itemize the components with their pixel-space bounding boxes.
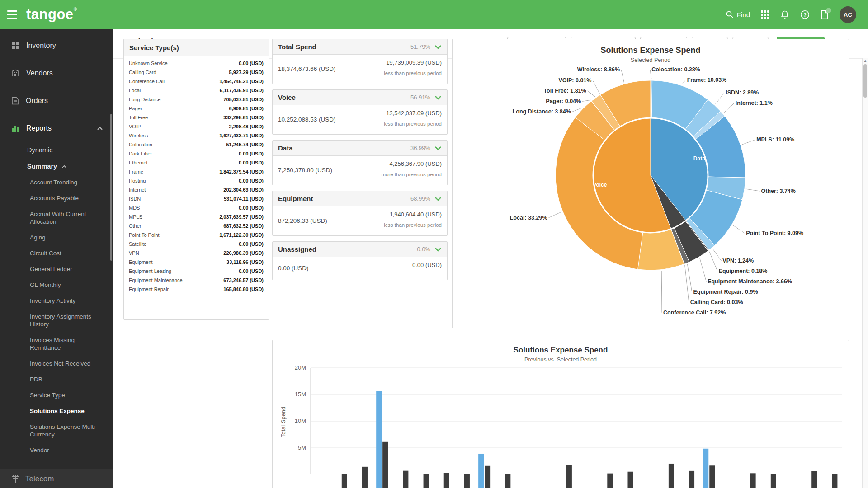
documents-icon[interactable]	[821, 10, 829, 19]
sidebar-item-accrual-with-current-allocation[interactable]: Accrual With Current Allocation	[0, 206, 113, 230]
pie-label-line	[712, 249, 721, 261]
sidebar-item-solutions-expense-multi-currency[interactable]: Solutions Expense Multi Currency	[0, 419, 113, 442]
bar-previous-period-local[interactable]	[376, 391, 382, 488]
sidebar-item-solutions-expense[interactable]: Solutions Expense	[0, 403, 113, 419]
sidebar-item-label: Dynamic	[27, 146, 52, 154]
menu-hamburger-button[interactable]	[0, 0, 21, 29]
sidebar-item-invoices-missing-remittance[interactable]: Invoices Missing Remittance	[0, 332, 113, 356]
sidebar-item-invoices-not-received[interactable]: Invoices Not Received	[0, 356, 113, 371]
scroll-up-arrow[interactable]: ▲	[863, 58, 868, 64]
summary-card-body: 18,374,673.66 (USD)19,739,009.39 (USD)le…	[273, 55, 447, 84]
bar-selected-period-long-distance[interactable]	[403, 471, 408, 488]
bar-selected-period-equipment-repair[interactable]	[832, 474, 837, 488]
find-label: Find	[737, 11, 750, 19]
bar-selected-period-equipment[interactable]	[771, 474, 776, 488]
scrollbar-thumb[interactable]	[863, 64, 867, 98]
avatar[interactable]: AC	[840, 6, 856, 23]
pie-label-pager: Pager: 0.04%	[546, 98, 581, 104]
pie-label-equipment-repair: Equipment Repair: 0.9%	[693, 289, 758, 295]
service-type-row: Equipment Repair165,840.80 (USD)	[124, 285, 269, 294]
bar-selected-period-voip[interactable]	[464, 474, 470, 488]
bar-selected-period-vpn[interactable]	[750, 473, 756, 488]
sidebar-item-accounts-payable[interactable]: Accounts Payable	[0, 190, 113, 206]
bar-selected-period-calling-card[interactable]	[342, 474, 347, 488]
bar-selected-period-mpls[interactable]	[669, 464, 674, 488]
find-button[interactable]: Find	[726, 10, 750, 19]
sidebar-item-summary[interactable]: Summary	[0, 158, 113, 174]
sidebar-item-dynamic[interactable]: Dynamic	[0, 142, 113, 158]
pie-label-line	[715, 93, 724, 104]
bar-selected-period-equipment-maintenance[interactable]	[811, 471, 817, 488]
pie-inner-label: Voice	[593, 182, 607, 188]
summary-card-equipment: Equipment68.99%872,206.33 (USD)1,940,604…	[272, 191, 448, 236]
comparison-note: less than previous period	[384, 70, 442, 76]
summary-card-header[interactable]: Data36.99%	[273, 141, 447, 156]
sidebar-scrollbar-thumb[interactable]	[110, 114, 112, 261]
service-type-row: ISDN531,074.11 (USD)	[124, 194, 269, 203]
pie-chart-subtitle: Selected Period	[453, 57, 849, 63]
bar-selected-period-other[interactable]	[689, 471, 694, 488]
sidebar-item-label: Orders	[26, 97, 48, 105]
bar-selected-period-toll-free[interactable]	[444, 473, 449, 488]
bar-selected-period-internet[interactable]	[607, 474, 613, 488]
summary-card-body: 0.00 (USD)0.00 (USD)	[273, 257, 447, 280]
pie-label-line	[724, 103, 734, 113]
chevron-down-icon	[434, 94, 442, 100]
pie-label-wireless: Wireless: 8.86%	[577, 66, 620, 73]
service-type-row: Frame1,842,379.54 (USD)	[124, 167, 269, 176]
bar-selected-period-local[interactable]	[382, 442, 388, 488]
summary-card-body: 872,206.33 (USD)1,940,604.40 (USD)less t…	[273, 206, 447, 235]
sidebar-item-vendor[interactable]: Vendor	[0, 442, 113, 458]
sidebar-item-circuit-cost[interactable]: Circuit Cost	[0, 245, 113, 261]
bar-selected-period-wireless[interactable]	[485, 466, 490, 488]
sidebar-item-reports[interactable]: Reports	[0, 114, 113, 142]
sidebar-item-gl-monthly[interactable]: GL Monthly	[0, 277, 113, 293]
summary-card-header[interactable]: Equipment68.99%	[273, 191, 447, 206]
bar-previous-period-point-to-point[interactable]	[703, 449, 708, 488]
chevron-down-icon	[434, 44, 442, 50]
bar-selected-period-colocation[interactable]	[505, 474, 510, 488]
bar-selected-period-conference-call[interactable]	[362, 467, 368, 488]
bar-selected-period-isdn[interactable]	[627, 472, 633, 488]
pie-label-line	[593, 80, 599, 94]
sidebar-item-general-ledger[interactable]: General Ledger	[0, 261, 113, 277]
sidebar: Inventory Vendors Orders Reports Dynamic…	[0, 29, 113, 488]
bar-selected-period-pager[interactable]	[424, 474, 429, 488]
sidebar-item-inventory-assignments-history[interactable]: Inventory Assignments History	[0, 309, 113, 332]
selected-period-value: 872,206.33 (USD)	[278, 217, 352, 224]
notifications-bell-icon[interactable]	[780, 10, 789, 19]
sidebar-item-orders[interactable]: Orders	[0, 87, 113, 114]
pie-label-calling-card: Calling Card: 0.03%	[690, 299, 743, 305]
bar-selected-period-frame[interactable]	[566, 465, 572, 488]
pie-label-vpn: VPN: 1.24%	[722, 258, 754, 264]
sidebar-item-telecom[interactable]: Telecom	[0, 469, 113, 488]
summary-card-body: 10,252,088.53 (USD)13,542,037.09 (USD)le…	[273, 105, 447, 134]
summary-card-header[interactable]: Voice56.91%	[273, 90, 447, 105]
page-scrollbar[interactable]: ▲	[862, 58, 868, 488]
sidebar-item-inventory[interactable]: Inventory	[0, 32, 113, 59]
apps-grid-icon[interactable]	[761, 10, 769, 19]
card-title: Total Spend	[278, 43, 316, 51]
pie-label-equipment-maintenance: Equipment Maintenance: 3.66%	[708, 278, 792, 285]
sidebar-item-inventory-activity[interactable]: Inventory Activity	[0, 293, 113, 309]
sidebar-item-label: Vendors	[26, 69, 53, 77]
summary-card-header[interactable]: Unassigned0.0%	[273, 242, 447, 257]
summary-card-unassigned: Unassigned0.0%0.00 (USD)0.00 (USD)	[272, 241, 448, 280]
notification-badge	[826, 8, 831, 13]
help-icon[interactable]: ?	[800, 10, 810, 19]
comparison-note: less than previous period	[384, 121, 442, 127]
card-percent: 0.0%	[417, 246, 430, 253]
pie-label-line	[688, 264, 692, 292]
service-type-row: Equipment Leasing0.00 (USD)	[124, 267, 269, 276]
comparison-note: less than previous period	[384, 222, 442, 228]
sidebar-item-pdb[interactable]: PDB	[0, 371, 113, 387]
sidebar-item-aging[interactable]: Aging	[0, 230, 113, 245]
service-type-row: Equipment33,118.96 (USD)	[124, 258, 269, 267]
selected-period-value: 7,250,378.80 (USD)	[278, 167, 352, 174]
bar-previous-period-wireless[interactable]	[478, 454, 484, 488]
summary-card-header[interactable]: Total Spend51.79%	[273, 39, 447, 55]
sidebar-item-vendors[interactable]: Vendors	[0, 59, 113, 87]
bar-selected-period-point-to-point[interactable]	[709, 465, 715, 488]
sidebar-item-service-type[interactable]: Service Type	[0, 387, 113, 403]
sidebar-item-account-trending[interactable]: Account Trending	[0, 174, 113, 190]
